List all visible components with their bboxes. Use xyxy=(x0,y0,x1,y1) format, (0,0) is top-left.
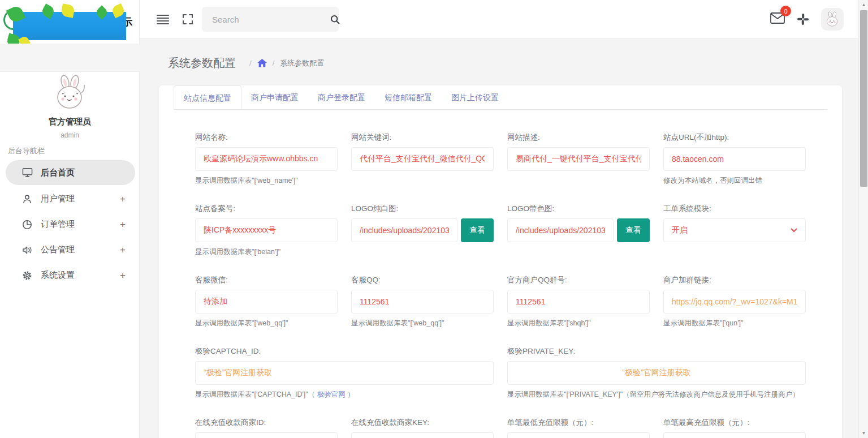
ticket-module-select[interactable]: 开启 xyxy=(663,218,806,242)
private-key-input[interactable] xyxy=(507,361,806,385)
expand-plus-icon[interactable]: + xyxy=(120,219,126,230)
sidebar-item-label: 后台首页 xyxy=(41,168,75,178)
sidebar-nav: 后台首页 用户管理 + 订单管理 + 公告管理 + xyxy=(0,160,140,288)
brand-area: 示 xyxy=(0,0,139,42)
field-recharge-merchant-key: 在线充值收款商家KEY: xyxy=(351,418,494,438)
tab-sms-email[interactable]: 短信邮箱配置 xyxy=(375,85,442,109)
sidebar-item-label: 系统设置 xyxy=(41,270,75,281)
tab-image-upload[interactable]: 图片上传设置 xyxy=(442,85,508,109)
field-min-recharge: 单笔最低充值限额（元）: xyxy=(507,418,650,438)
avatar-rabbit-icon xyxy=(823,11,842,28)
recharge-merchant-id-input[interactable] xyxy=(195,432,338,438)
nav-section-label: 后台导航栏 xyxy=(8,146,45,156)
page-title: 系统参数配置 xyxy=(168,55,236,71)
field-logo-white: LOGO纯白图: 查看 xyxy=(351,204,494,257)
profile-avatar xyxy=(48,75,92,110)
site-description-input[interactable] xyxy=(507,147,650,171)
logo-white-input[interactable] xyxy=(351,218,457,242)
speaker-icon xyxy=(21,244,33,256)
expand-plus-icon[interactable]: + xyxy=(120,270,126,281)
leaf-decoration xyxy=(61,3,75,18)
slack-icon xyxy=(797,14,809,25)
apps-button[interactable] xyxy=(797,14,809,25)
leaf-decoration xyxy=(40,3,55,19)
search-box xyxy=(202,7,339,32)
service-wechat-input[interactable] xyxy=(195,290,338,314)
page-scrollbar: ▲ ▼ xyxy=(858,0,868,438)
sidebar-item-label: 公告管理 xyxy=(41,244,75,255)
pie-chart-icon xyxy=(21,219,33,230)
user-avatar-button[interactable] xyxy=(821,8,844,31)
field-hint: 显示调用数据库表"['CAPTCHA_ID']"（ 极验官网 ） xyxy=(195,390,494,400)
captcha-id-input[interactable] xyxy=(195,361,494,385)
settings-card: 站点信息配置 商户申请配置 商户登录配置 短信邮箱配置 图片上传设置 网站名称:… xyxy=(159,85,842,438)
site-keywords-input[interactable] xyxy=(351,147,494,171)
tab-site-info[interactable]: 站点信息配置 xyxy=(174,85,241,109)
field-service-qq: 客服QQ: 显示调用数据库表"['web_qq']" xyxy=(351,275,494,328)
field-hint: 显示调用数据库表"['qun']" xyxy=(663,319,806,328)
sidebar-item-orders[interactable]: 订单管理 + xyxy=(0,212,140,237)
group-join-link-input[interactable] xyxy=(663,290,806,314)
sidebar-item-announcements[interactable]: 公告管理 + xyxy=(0,237,140,263)
sidebar-strip xyxy=(0,44,140,72)
settings-form: 网站名称: 显示调用数据库表"['web_name']" 网站关键词: 网站描述… xyxy=(195,132,806,438)
icp-number-input[interactable] xyxy=(195,218,338,242)
site-url-input[interactable] xyxy=(663,147,806,171)
field-icp-number: 站点备案号: 显示调用数据库表"['beian']" xyxy=(195,204,338,257)
sidebar-item-dashboard[interactable]: 后台首页 xyxy=(6,160,135,185)
field-hint: 修改为本站域名，否则回调出错 xyxy=(663,176,806,186)
scroll-down-arrow[interactable]: ▼ xyxy=(859,428,868,438)
topbar: 0 xyxy=(140,0,858,38)
field-site-description: 网站描述: xyxy=(507,132,650,186)
min-recharge-input[interactable] xyxy=(507,432,650,438)
field-recharge-merchant-id: 在线充值收款商家ID: xyxy=(195,418,338,438)
expand-plus-icon[interactable]: + xyxy=(120,244,126,256)
max-recharge-input[interactable] xyxy=(663,432,806,438)
main-content: 系统参数配置 / / 系统参数配置 站点信息配置 商户申请配置 商户登录配置 短… xyxy=(140,38,858,438)
sidebar-item-label: 用户管理 xyxy=(41,194,75,204)
menu-toggle-icon[interactable] xyxy=(157,15,169,26)
geetest-site-link[interactable]: 极验官网 xyxy=(317,390,346,398)
field-site-url: 站点URL(不加http): 修改为本站域名，否则回调出错 xyxy=(663,132,806,186)
mail-button[interactable]: 0 xyxy=(770,12,785,26)
search-input[interactable] xyxy=(202,15,330,24)
recharge-merchant-key-input[interactable] xyxy=(351,432,494,438)
fullscreen-icon[interactable] xyxy=(183,14,193,27)
field-max-recharge: 单笔最高充值限额（元）: xyxy=(663,418,806,438)
search-icon[interactable] xyxy=(330,15,340,24)
field-hint: 显示调用数据库表"['web_qq']" xyxy=(351,319,494,328)
field-private-key: 极验PRIVATE_KEY: 显示调用数据库表"['PRIVATE_KEY']"… xyxy=(507,346,806,400)
tab-merchant-apply[interactable]: 商户申请配置 xyxy=(241,85,308,109)
sidebar: 示 xyxy=(0,0,140,438)
profile-name: 官方管理员 xyxy=(0,117,140,127)
view-logo-white-button[interactable]: 查看 xyxy=(461,218,494,242)
gear-icon xyxy=(21,270,33,281)
profile-username: admin xyxy=(0,131,140,139)
leaf-decoration xyxy=(111,3,126,19)
scroll-up-arrow[interactable]: ▲ xyxy=(859,0,868,10)
field-hint: 显示调用数据库表"['web_qq']" xyxy=(195,319,338,328)
field-ticket-module: 工单系统模块: 开启 xyxy=(663,204,806,257)
view-logo-color-button[interactable]: 查看 xyxy=(617,218,650,242)
scroll-thumb[interactable] xyxy=(860,10,867,187)
field-captcha-id: 极验CAPTCHA_ID: 显示调用数据库表"['CAPTCHA_ID']"（ … xyxy=(195,346,494,400)
tab-bar: 站点信息配置 商户申请配置 商户登录配置 短信邮箱配置 图片上传设置 xyxy=(174,85,827,110)
home-icon[interactable] xyxy=(257,59,267,67)
field-hint: 显示调用数据库表"['shqh']" xyxy=(507,319,650,328)
leaf-decoration xyxy=(94,5,109,19)
service-qq-input[interactable] xyxy=(351,290,494,314)
site-name-input[interactable] xyxy=(195,147,338,171)
breadcrumb-current: 系统参数配置 xyxy=(280,58,324,68)
tab-merchant-login[interactable]: 商户登录配置 xyxy=(308,85,375,109)
field-hint: 显示调用数据库表"['beian']" xyxy=(195,247,338,257)
field-service-wechat: 客服微信: 显示调用数据库表"['web_qq']" xyxy=(195,275,338,328)
chevron-down-icon xyxy=(791,228,797,233)
logo-color-input[interactable] xyxy=(507,218,614,242)
mail-badge: 0 xyxy=(780,6,791,16)
sidebar-item-settings[interactable]: 系统设置 + xyxy=(0,263,140,288)
field-logo-color: LOGO带色图: 查看 xyxy=(507,204,650,257)
breadcrumb: 系统参数配置 / / 系统参数配置 xyxy=(168,55,858,71)
sidebar-item-users[interactable]: 用户管理 + xyxy=(0,186,140,212)
expand-plus-icon[interactable]: + xyxy=(120,194,126,205)
merchant-qq-group-input[interactable] xyxy=(507,290,650,314)
